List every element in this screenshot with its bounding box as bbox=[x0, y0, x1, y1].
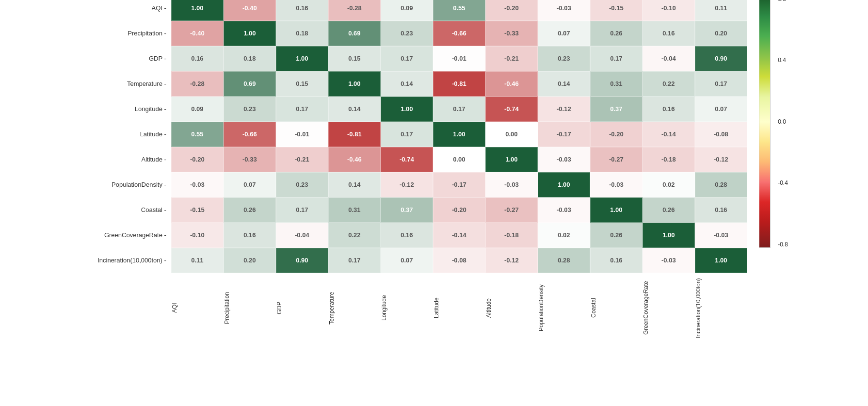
heatmap-cell: -0.14 bbox=[643, 122, 695, 147]
heatmap-cell: 1.00 bbox=[485, 147, 538, 172]
colorbar-label: 0.4 bbox=[778, 57, 788, 64]
heatmap-cell: 0.22 bbox=[328, 223, 381, 248]
col-label: AQI bbox=[171, 275, 224, 343]
heatmap-grid-wrapper: 1.00-0.400.16-0.280.090.55-0.20-0.03-0.1… bbox=[171, 0, 747, 343]
heatmap-cell: -0.18 bbox=[643, 147, 695, 172]
heatmap-cell: 0.37 bbox=[590, 97, 643, 122]
heatmap-cell: 1.00 bbox=[643, 223, 695, 248]
heatmap-cell: -0.10 bbox=[171, 223, 224, 248]
heatmap-cell: -0.01 bbox=[276, 122, 328, 147]
heatmap-cell: 0.16 bbox=[381, 223, 433, 248]
heatmap-cell: 0.02 bbox=[538, 223, 590, 248]
heatmap-cell: 0.17 bbox=[590, 46, 643, 71]
colorbar-label: 0.8 bbox=[778, 0, 788, 2]
heatmap-cell: -0.81 bbox=[433, 71, 485, 97]
heatmap-cell: -0.17 bbox=[538, 122, 590, 147]
heatmap-grid: 1.00-0.400.16-0.280.090.55-0.20-0.03-0.1… bbox=[171, 0, 747, 273]
heatmap-cell: -0.08 bbox=[695, 122, 747, 147]
col-label: Latitude bbox=[433, 275, 485, 343]
heatmap-cell: 0.55 bbox=[433, 0, 485, 21]
heatmap-cell: -0.40 bbox=[224, 0, 276, 21]
row-label: Temperature - bbox=[97, 71, 168, 97]
heatmap-cell: -0.08 bbox=[433, 248, 485, 273]
heatmap-cell: 0.17 bbox=[276, 197, 328, 223]
heatmap-cell: -0.21 bbox=[276, 147, 328, 172]
heatmap-cell: 0.17 bbox=[328, 248, 381, 273]
heatmap-cell: 0.55 bbox=[171, 122, 224, 147]
heatmap-cell: 0.14 bbox=[538, 71, 590, 97]
heatmap-cell: 1.00 bbox=[381, 97, 433, 122]
row-label: Longitude - bbox=[97, 97, 168, 122]
heatmap-cell: 0.15 bbox=[328, 46, 381, 71]
heatmap-cell: 0.07 bbox=[695, 97, 747, 122]
heatmap-cell: 0.07 bbox=[381, 248, 433, 273]
heatmap-cell: -0.74 bbox=[485, 97, 538, 122]
heatmap-cell: 0.16 bbox=[695, 197, 747, 223]
col-label: Temperature bbox=[328, 275, 381, 343]
heatmap-cell: 0.23 bbox=[538, 46, 590, 71]
heatmap-cell: 0.69 bbox=[328, 21, 381, 46]
heatmap-cell: -0.03 bbox=[643, 248, 695, 273]
heatmap-cell: 0.31 bbox=[590, 71, 643, 97]
heatmap-cell: 0.16 bbox=[590, 248, 643, 273]
heatmap-cell: -0.20 bbox=[171, 147, 224, 172]
heatmap-cell: 0.23 bbox=[224, 97, 276, 122]
heatmap-cell: 0.16 bbox=[276, 0, 328, 21]
row-label: GDP - bbox=[97, 46, 168, 71]
heatmap-cell: 0.16 bbox=[171, 46, 224, 71]
heatmap-cell: 0.09 bbox=[381, 0, 433, 21]
heatmap-cell: 0.28 bbox=[538, 248, 590, 273]
heatmap-cell: 0.02 bbox=[643, 172, 695, 197]
heatmap-cell: 0.07 bbox=[224, 172, 276, 197]
heatmap-cell: -0.12 bbox=[485, 248, 538, 273]
heatmap-cell: 0.31 bbox=[328, 197, 381, 223]
row-label: PopulationDensity - bbox=[97, 172, 168, 197]
heatmap-cell: 0.22 bbox=[643, 71, 695, 97]
col-label: GreenCoverageRate bbox=[643, 275, 695, 343]
col-label: Precipitation bbox=[224, 275, 276, 343]
heatmap-cell: 1.00 bbox=[171, 0, 224, 21]
heatmap-cell: -0.03 bbox=[538, 0, 590, 21]
heatmap-cell: 0.90 bbox=[276, 248, 328, 273]
colorbar-label: -0.4 bbox=[778, 179, 788, 186]
heatmap-cell: -0.03 bbox=[538, 147, 590, 172]
heatmap-cell: -0.66 bbox=[224, 122, 276, 147]
heatmap-cell: 0.16 bbox=[224, 223, 276, 248]
heatmap-cell: 0.28 bbox=[695, 172, 747, 197]
heatmap-cell: 0.23 bbox=[276, 172, 328, 197]
row-label: Latitude - bbox=[97, 122, 168, 147]
heatmap-cell: -0.28 bbox=[171, 71, 224, 97]
heatmap-cell: 0.90 bbox=[695, 46, 747, 71]
heatmap-cell: -0.04 bbox=[276, 223, 328, 248]
heatmap-cell: 0.26 bbox=[224, 197, 276, 223]
heatmap-cell: -0.03 bbox=[485, 172, 538, 197]
heatmap-cell: -0.12 bbox=[538, 97, 590, 122]
heatmap-cell: 0.17 bbox=[433, 97, 485, 122]
heatmap-cell: 0.17 bbox=[695, 71, 747, 97]
colorbar: 0.80.40.0-0.4-0.8 bbox=[759, 0, 771, 273]
heatmap-cell: 1.00 bbox=[224, 21, 276, 46]
colorbar-gradient bbox=[759, 0, 771, 248]
heatmap-cell: -0.18 bbox=[485, 223, 538, 248]
col-label: Longitude bbox=[381, 275, 433, 343]
heatmap-cell: 1.00 bbox=[328, 71, 381, 97]
heatmap-cell: 0.00 bbox=[485, 122, 538, 147]
heatmap-cell: 1.00 bbox=[433, 122, 485, 147]
heatmap-cell: -0.12 bbox=[381, 172, 433, 197]
col-label: Altitude bbox=[485, 275, 538, 343]
heatmap-cell: 0.20 bbox=[695, 21, 747, 46]
heatmap-cell: -0.81 bbox=[328, 122, 381, 147]
col-label: Coastal bbox=[590, 275, 643, 343]
heatmap-cell: -0.15 bbox=[590, 0, 643, 21]
heatmap-cell: 0.17 bbox=[381, 46, 433, 71]
heatmap-cell: -0.33 bbox=[224, 147, 276, 172]
heatmap-cell: -0.21 bbox=[485, 46, 538, 71]
heatmap-cell: 0.16 bbox=[643, 97, 695, 122]
colorbar-label: -0.8 bbox=[778, 241, 788, 248]
col-label: GDP bbox=[276, 275, 328, 343]
heatmap-cell: 1.00 bbox=[590, 197, 643, 223]
row-label: Incineration(10,000ton) - bbox=[97, 248, 168, 273]
heatmap-cell: 0.18 bbox=[224, 46, 276, 71]
col-labels: AQIPrecipitationGDPTemperatureLongitudeL… bbox=[171, 275, 747, 343]
heatmap-cell: -0.15 bbox=[171, 197, 224, 223]
